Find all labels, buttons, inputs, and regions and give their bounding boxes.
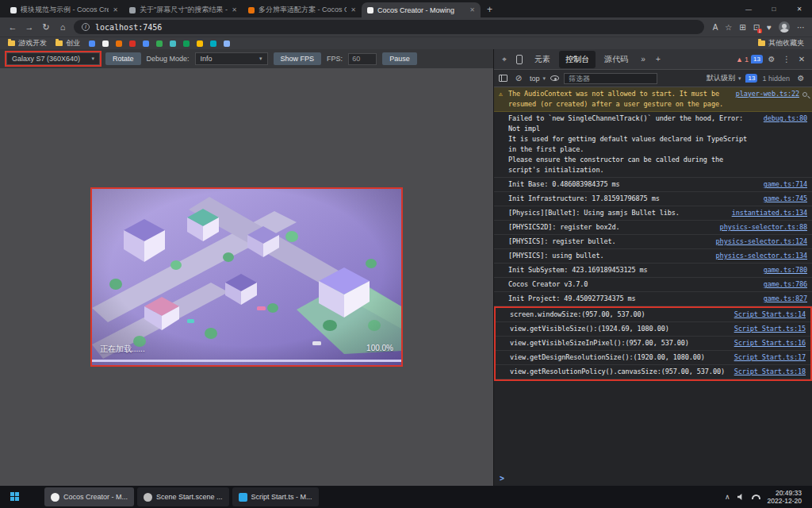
extension-icon[interactable]: ⊡1	[753, 23, 760, 32]
address-bar[interactable]: i localhost:7456	[74, 20, 704, 34]
screen: 模块规范与示例 - Cocos Creator✕关于"屏幕尺寸"的搜索结果 - …	[0, 0, 812, 508]
console-source-link[interactable]: game.ts:780	[764, 265, 807, 275]
console-row: ⚠The AudioContext was not allowed to sta…	[494, 87, 812, 112]
console-source-link[interactable]: Script_Start.ts:14	[734, 310, 806, 320]
taskbar-item[interactable]: Scene Start.scene ...	[137, 487, 229, 506]
home-icon[interactable]: ⌂	[57, 22, 68, 32]
inspect-icon[interactable]: ⌖	[498, 55, 511, 64]
more-vert-icon[interactable]: ⋮	[780, 55, 793, 64]
settings-menu-icon[interactable]: ⋯	[797, 23, 805, 32]
close-devtools-icon[interactable]: ✕	[795, 55, 808, 64]
bookmark-favicon[interactable]	[89, 40, 95, 47]
bookmark-favicon[interactable]	[224, 40, 230, 47]
tab-close-icon[interactable]: ✕	[232, 6, 237, 13]
console-source-link[interactable]: game.ts:786	[764, 279, 807, 290]
forward-icon[interactable]: →	[24, 22, 35, 32]
other-favorites[interactable]: 其他收藏夹	[758, 38, 804, 48]
add-panel-icon[interactable]: +	[652, 55, 665, 64]
pause-button[interactable]: Pause	[382, 52, 417, 65]
fps-input[interactable]	[348, 53, 377, 65]
bookmark-favicon[interactable]	[143, 40, 149, 47]
console-source-link[interactable]: Script_Start.ts:15	[734, 324, 806, 334]
console-source-link[interactable]: Script_Start.ts:17	[734, 352, 806, 363]
browser-tab[interactable]: 模块规范与示例 - Cocos Creator✕	[5, 2, 124, 17]
bookmark-favicon[interactable]	[116, 40, 122, 47]
tab-close-icon[interactable]: ✕	[469, 6, 475, 13]
more-tabs-icon[interactable]: »	[637, 55, 649, 64]
filter-messages-badge[interactable]: 13	[745, 74, 757, 83]
eye-icon[interactable]	[550, 75, 559, 81]
browser-tab[interactable]: 多分辨率适配方案 - Cocos Crea...✕	[243, 2, 362, 17]
close-window-button[interactable]: ✕	[787, 0, 812, 17]
refresh-icon[interactable]: ↻	[40, 22, 52, 33]
clear-console-icon[interactable]: ⊘	[512, 74, 525, 83]
console-source-link[interactable]: game.ts:827	[764, 294, 807, 304]
console-messages-badge[interactable]: 13	[751, 55, 763, 64]
console-filter-input[interactable]	[564, 73, 657, 84]
profile-avatar[interactable]	[779, 21, 790, 33]
new-tab-button[interactable]: +	[487, 4, 492, 15]
taskbar-item[interactable]: Cocos Creator - M...	[44, 487, 134, 506]
collections-icon[interactable]: ⊞	[739, 23, 745, 32]
browser-tab[interactable]: Cocos Creator - Mowing✕	[362, 2, 481, 17]
tab-close-icon[interactable]: ✕	[113, 6, 118, 13]
bookmark-favicon[interactable]	[170, 40, 176, 47]
tab-sources[interactable]: 源代码	[598, 51, 634, 68]
console-source-link[interactable]: player-web.ts:22	[736, 89, 799, 99]
taskbar-item[interactable]: Script Start.ts - M...	[232, 487, 319, 506]
bookmark-favicon[interactable]	[183, 40, 190, 47]
back-icon[interactable]: ←	[7, 22, 18, 32]
toolbar-right-icons: A ☆ ⊞ ⊡1 ♥ ⋯	[710, 21, 805, 33]
context-select[interactable]: top ▾	[530, 75, 546, 83]
console-message-text: view.getResolutionPolicy().canvasSize:(9…	[510, 367, 728, 377]
device-toolbar-icon[interactable]	[516, 55, 523, 64]
minimize-button[interactable]: —	[736, 0, 761, 17]
favorite-star-icon[interactable]: ☆	[725, 23, 732, 32]
console-source-link[interactable]: debug.ts:80	[764, 114, 807, 124]
console-settings-gear-icon[interactable]: ⚙	[795, 74, 807, 83]
read-aloud-icon[interactable]: A	[713, 23, 718, 32]
gear-icon[interactable]: ⚙	[765, 55, 778, 64]
debug-mode-select[interactable]: Info ▾	[195, 52, 268, 65]
network-icon[interactable]	[752, 495, 760, 499]
error-badge[interactable]: ▲ 1	[736, 56, 749, 64]
console-prompt[interactable]: >	[494, 471, 812, 486]
bookmark-folder-gamedev[interactable]: 游戏开发	[8, 38, 47, 48]
maximize-button[interactable]: □	[761, 0, 787, 17]
console-source-link[interactable]: physics-selector.ts:124	[716, 237, 807, 247]
error-count: 1	[745, 56, 749, 64]
rotate-button[interactable]: Rotate	[105, 52, 141, 65]
console-source-link[interactable]: Script_Start.ts:16	[734, 338, 806, 348]
bookmark-favicon[interactable]	[210, 40, 216, 47]
console-source-link[interactable]: physics-selector.ts:134	[716, 251, 807, 261]
site-info-icon[interactable]: i	[82, 23, 90, 31]
game-canvas[interactable]: 正在加载...... 100.0%	[92, 189, 401, 365]
tab-console[interactable]: 控制台	[559, 51, 596, 68]
bookmark-favicon[interactable]	[102, 40, 109, 47]
hidden-messages-link[interactable]: 1 hidden	[762, 75, 790, 83]
taskbar-clock[interactable]: 20:49:33 2022-12-20	[768, 489, 802, 505]
volume-icon[interactable]	[737, 494, 745, 501]
browser-tab[interactable]: 关于"屏幕尺寸"的搜索结果 - Co...✕	[124, 2, 243, 17]
tray-chevron-up-icon[interactable]: ∧	[725, 493, 730, 501]
window-controls: — □ ✕	[736, 0, 812, 17]
show-fps-button[interactable]: Show FPS	[274, 52, 322, 65]
bookmark-favicon[interactable]	[197, 40, 203, 47]
search-icon[interactable]	[802, 92, 807, 97]
console-source-link[interactable]: physics-selector.ts:88	[720, 222, 807, 233]
device-select[interactable]: Galaxy S7 (360X640) ▾	[6, 52, 100, 65]
console-source-link[interactable]: game.ts:714	[764, 179, 807, 190]
console-sidebar-icon[interactable]	[499, 75, 508, 82]
tab-close-icon[interactable]: ✕	[350, 6, 356, 13]
browser-essentials-icon[interactable]: ♥	[767, 23, 772, 32]
game-scene	[92, 189, 401, 365]
console-source-link[interactable]: game.ts:745	[764, 194, 807, 204]
console-source-link[interactable]: instantiated.ts:134	[732, 208, 807, 218]
console-source-link[interactable]: Script_Start.ts:18	[734, 367, 806, 377]
tab-elements[interactable]: 元素	[528, 51, 557, 68]
bookmark-favicon[interactable]	[156, 40, 163, 47]
bookmark-favicon[interactable]	[129, 40, 136, 47]
log-levels-select[interactable]: 默认级别 ▾	[707, 73, 741, 83]
bookmark-folder-startup[interactable]: 创业	[56, 38, 80, 48]
start-button[interactable]	[4, 487, 26, 506]
